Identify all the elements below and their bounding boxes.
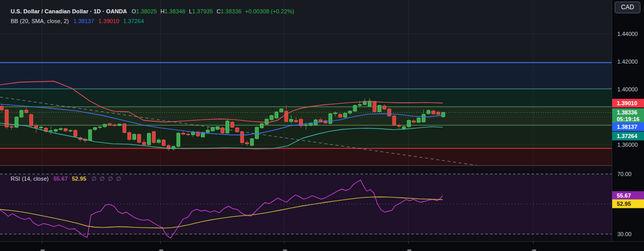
candle-up [69,130,72,131]
candle-down [34,126,38,128]
candle-down [0,106,4,110]
candle-down [74,130,78,137]
candle-down [240,132,244,143]
candle-down [138,134,141,142]
candle-up [118,124,121,125]
candle-down [319,120,323,122]
candle-down [162,140,165,146]
candle-up [442,112,445,117]
candle-up [358,105,362,106]
candle-down [294,121,298,122]
rsi-value: 55.67 [53,176,68,182]
currency-button[interactable]: CAD [615,2,640,13]
candle-down [397,126,401,126]
bb-basis-badge: 1.38137 [612,123,644,131]
candle-down [373,102,376,112]
candle-down [285,111,288,122]
rsi-value-badge: 55.67 [612,191,644,200]
time-tick [284,242,285,244]
candle-up [270,115,274,120]
candle-down [383,106,386,109]
bb-lower-value: 1.37264 [123,18,144,24]
candle-down [113,125,117,126]
candle-down [5,110,8,127]
candle-down [10,127,13,127]
candle-down [236,128,239,132]
rsi-label[interactable]: RSI (14, close) [11,176,49,182]
axis-label: 1.42000 [617,59,638,65]
bb-upper-value: 1.39010 [99,18,119,24]
bb-legend: BB (20, SMA, close, 2)1.381371.390101.37… [4,12,144,30]
rsi-legend: RSI (14, close)55.6752.95∅ ∅ ∅ ∅ [4,169,121,188]
candle-down [152,131,156,142]
candle-down [186,134,190,134]
candle-down [412,121,415,122]
candle-up [49,130,53,131]
candle-up [216,127,219,129]
candle-up [15,117,18,127]
candle-up [407,120,411,126]
rsi-ma-value: 52.95 [72,176,86,182]
time-tick [533,242,534,244]
candle-down [128,132,131,140]
candle-up [265,119,269,124]
candle-up [88,130,92,141]
candle-down [142,142,146,145]
candle-up [20,110,23,117]
price-axis[interactable]: CAD 1.440001.420001.400001.3600070.0030.… [612,0,644,241]
candle-up [226,121,230,133]
candle-up [132,134,136,140]
candle-down [392,116,396,125]
time-tick [160,242,161,244]
candle-up [211,127,215,131]
candle-up [59,129,63,130]
candle-up [275,112,278,118]
chart-canvas[interactable] [0,0,612,241]
bb-upper-badge: 1.39010 [612,99,644,108]
candle-down [30,114,33,126]
candle-up [348,111,352,113]
candle-up [427,110,430,113]
close-value: 1.38336 [221,8,241,14]
candle-up [93,128,97,130]
candle-up [422,114,426,122]
rsi-ma-badge: 52.95 [612,200,644,208]
rsi-hidden-values: ∅ ∅ ∅ ∅ [91,176,121,182]
candle-up [417,118,421,122]
candle-down [123,124,126,133]
axis-label: 1.44000 [617,31,638,37]
bb-basis-value: 1.38137 [73,18,94,24]
bb-lower-badge: 1.37264 [612,132,644,141]
candle-up [290,119,293,122]
candle-up [378,105,382,111]
candle-down [64,129,67,131]
zone-red [0,148,612,165]
candle-down [388,109,391,116]
candle-up [353,105,357,111]
axis-label: 70.00 [617,171,632,177]
candle-up [280,109,283,112]
candle-up [147,133,151,145]
bb-label[interactable]: BB (20, SMA, close, 2) [11,18,69,24]
candle-up [304,125,308,126]
time-tick [408,242,409,244]
candle-up [103,124,107,127]
axis-label: 1.36000 [617,142,638,148]
candle-down [108,124,111,125]
time-axis[interactable] [0,241,644,251]
candle-down [338,114,342,117]
candle-up [40,127,43,128]
candle-up [98,127,102,127]
high-value: 1.38348 [164,8,185,14]
candle-down [245,143,249,144]
change-value: +0.00308 (+0.22%) [245,8,294,14]
candle-up [177,133,180,146]
candle-up [260,124,263,128]
time-tick [42,242,42,244]
candle-down [182,133,185,134]
candle-up [250,139,254,145]
candle-up [157,140,161,143]
last-price-badge: 1.3833605:19:16 [612,108,644,124]
axis-label: 30.00 [617,231,632,237]
zone-blue [0,63,612,89]
